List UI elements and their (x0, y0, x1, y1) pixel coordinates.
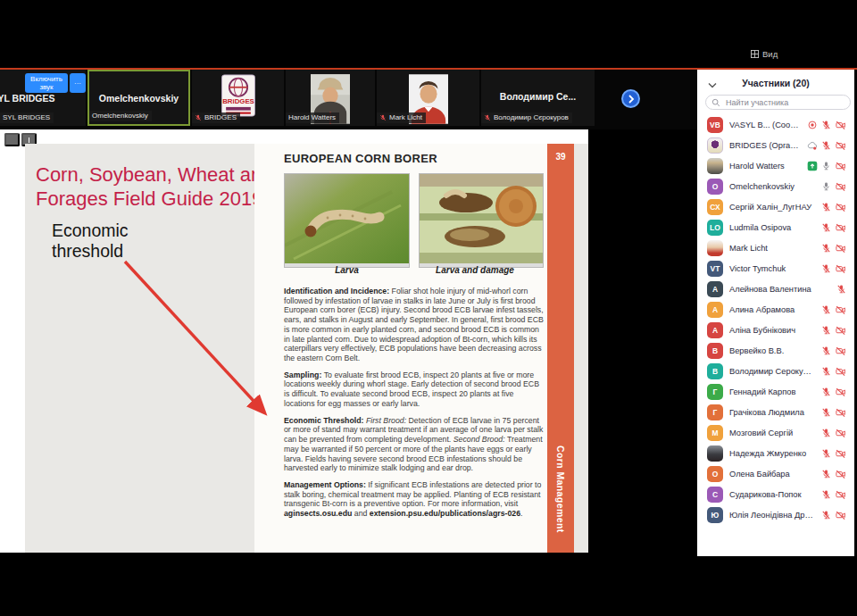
avatar (707, 137, 723, 154)
participant-name: Ludmila Osipova (729, 223, 815, 232)
participant-row[interactable]: В Володимир Серокуров (697, 361, 854, 381)
video-nametag: Omelchenkovskiy (89, 111, 152, 121)
participant-row[interactable]: Г Грачікова Людмила (697, 402, 854, 422)
mic-off-icon (821, 387, 831, 397)
mic-off-icon (821, 510, 831, 520)
view-button-label: Вид (762, 49, 778, 59)
chevron-right-icon (628, 95, 635, 104)
video-thumbnail-bridges[interactable]: BRiDGES BRIDGES (192, 70, 284, 126)
video-nametag: Harold Watters (286, 112, 339, 123)
participant-display-name: Omelchenkovskiy (89, 93, 188, 104)
mic-off-icon (195, 114, 202, 121)
participant-row[interactable]: Ю Юлія Леонідівна Драган (697, 504, 854, 525)
mic-off-icon (821, 263, 831, 274)
video-filmstrip: Включить звук ··· VASYL BRIDGES SYL BRID… (0, 70, 697, 129)
participant-row[interactable]: BRIDGES (Организатор) (697, 135, 854, 155)
doc-paragraph: Management Options: If significant ECB i… (284, 480, 545, 519)
mic-off-icon (821, 345, 831, 356)
participant-name: Алина Абрамова (729, 305, 815, 314)
participant-display-name: Володимир Се... (481, 91, 595, 102)
camera-off-icon (835, 263, 846, 274)
participant-row[interactable]: В Вервейко В.В. (697, 340, 854, 361)
video-nametag: Mark Licht (377, 112, 426, 123)
mic-off-icon (821, 202, 831, 212)
participant-name: Сударикова-Попок (729, 490, 815, 499)
participant-name: Вервейко В.В. (729, 346, 815, 355)
participant-name: Harold Watters (729, 162, 801, 171)
camera-off-icon (835, 161, 846, 171)
camera-off-icon (835, 120, 846, 130)
participant-row[interactable]: М Мозговий Сергій (697, 422, 854, 443)
video-thumbnail-omelchenkovskiy[interactable]: Omelchenkovskiy Omelchenkovskiy (87, 70, 190, 126)
doc-paragraph: Identification and Incidence: Foliar sho… (284, 287, 545, 363)
participant-row[interactable]: СХ Сергій Халін_ЛугНАУ (697, 196, 854, 217)
next-videos-button[interactable] (621, 89, 640, 108)
participant-row[interactable]: Harold Watters (697, 155, 854, 176)
mic-off-icon (821, 407, 831, 418)
search-icon (711, 98, 720, 107)
camera-off-icon (835, 140, 846, 151)
avatar: СХ (707, 199, 723, 215)
view-button[interactable]: Вид (751, 49, 778, 59)
mic-off-icon (821, 448, 831, 459)
participant-row[interactable]: С Сударикова-Попок (697, 484, 854, 504)
section-tab: 39 Corn Management (547, 144, 574, 553)
participant-row[interactable]: Mark Licht (697, 237, 854, 258)
camera-off-icon (835, 428, 846, 438)
participants-panel: Участники (20) VB VASYL B... (Соорганиза… (697, 70, 854, 556)
video-thumbnail-vasyl[interactable]: Включить звук ··· VASYL BRIDGES SYL BRID… (0, 70, 86, 126)
larva-damage-photo (419, 173, 544, 268)
figure-caption: Larva and damage (410, 265, 540, 275)
search-box[interactable] (705, 95, 851, 110)
video-thumbnail-mark[interactable]: Mark Licht (377, 70, 479, 126)
avatar: Г (707, 404, 723, 420)
participant-row[interactable]: Г Геннадий Карпов (697, 381, 854, 402)
participant-name: Victor Tymchuk (729, 264, 815, 273)
mic-off-icon (821, 325, 831, 336)
mic-off-icon (821, 243, 831, 254)
participant-row[interactable]: А Аліна Бубнікович (697, 320, 854, 340)
cloud-recording-icon (806, 140, 818, 151)
camera-off-icon (835, 448, 846, 459)
participant-name: Алейнова Валентина (729, 285, 830, 294)
video-nametag: SYL BRIDGES (0, 112, 54, 123)
search-input[interactable] (724, 97, 845, 108)
camera-off-icon (835, 510, 846, 520)
grid-view-icon (751, 50, 759, 58)
participant-name: Mark Licht (729, 244, 815, 253)
participant-row[interactable]: А Алина Абрамова (697, 299, 854, 320)
camera-off-icon (835, 345, 846, 356)
video-thumbnail-harold[interactable]: Harold Watters (286, 70, 375, 126)
camera-off-icon (835, 222, 846, 233)
participant-name: Мозговий Сергій (729, 429, 815, 437)
document-paragraphs: Identification and Incidence: Foliar sho… (284, 287, 545, 526)
recording-pause-button[interactable] (4, 133, 20, 146)
mic-off-icon (821, 222, 831, 233)
participant-row[interactable]: LO Ludmila Osipova (697, 217, 854, 237)
participant-row[interactable]: VT Victor Tymchuk (697, 258, 854, 279)
participant-row[interactable]: VB VASYL B... (Соорганизатор, я) (697, 114, 854, 135)
avatar (707, 158, 723, 174)
avatar: В (707, 363, 723, 379)
participant-row[interactable]: Надежда Жмуренко (697, 443, 854, 463)
participant-row[interactable]: О Олена Байбара (697, 463, 854, 484)
camera-off-icon (835, 325, 846, 336)
camera-off-icon (835, 407, 846, 418)
avatar: VB (707, 117, 723, 133)
camera-off-icon (835, 469, 846, 479)
avatar (707, 240, 723, 256)
mic-off-icon (821, 304, 831, 315)
participant-row[interactable]: O Omelchenkovskiy (697, 176, 854, 196)
unmute-button[interactable]: Включить звук (25, 73, 68, 93)
camera-off-icon (835, 387, 846, 397)
participant-name: Геннадий Карпов (729, 387, 815, 396)
doc-paragraph: Sampling: To evaluate first brood ECB, i… (284, 370, 545, 409)
participant-row[interactable]: A Алейнова Валентина (697, 279, 854, 299)
panel-title: Участники (20) (697, 78, 854, 88)
video-thumbnail-volodymyr[interactable]: Володимир Се... Володимир Сєрокуров (481, 70, 595, 126)
avatar: O (707, 179, 723, 195)
mic-on-icon (821, 181, 831, 192)
mic-off-icon (379, 114, 387, 121)
more-options-button[interactable]: ··· (70, 73, 86, 93)
camera-off-icon (835, 181, 846, 192)
